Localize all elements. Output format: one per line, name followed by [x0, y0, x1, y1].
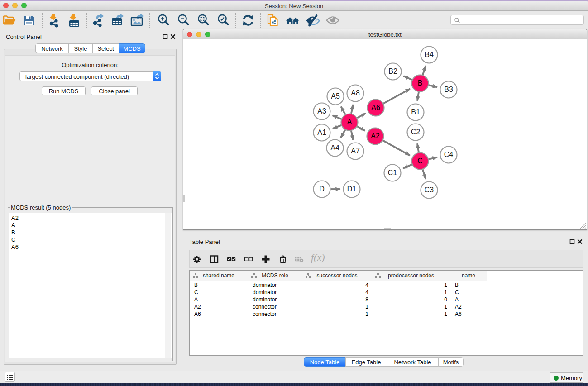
svg-text:B1: B1	[411, 108, 420, 116]
svg-text:A: A	[347, 118, 352, 126]
svg-text:B4: B4	[425, 51, 434, 58]
svg-text:C3: C3	[425, 186, 434, 194]
svg-text:B: B	[418, 79, 423, 87]
svg-text:C1: C1	[388, 169, 397, 176]
svg-text:A7: A7	[351, 147, 360, 155]
svg-text:A1: A1	[317, 129, 326, 136]
svg-text:A6: A6	[371, 104, 380, 111]
svg-text:C2: C2	[411, 128, 421, 136]
svg-text:B3: B3	[444, 86, 453, 93]
svg-text:D1: D1	[347, 185, 357, 193]
svg-text:D: D	[319, 185, 325, 193]
svg-text:A3: A3	[317, 107, 326, 115]
svg-text:A5: A5	[331, 92, 340, 100]
svg-text:A8: A8	[351, 89, 360, 97]
svg-text:B2: B2	[388, 67, 397, 75]
svg-text:A2: A2	[371, 132, 380, 140]
svg-text:C4: C4	[444, 151, 454, 158]
svg-text:A4: A4	[330, 144, 339, 152]
svg-text:C: C	[417, 157, 423, 165]
